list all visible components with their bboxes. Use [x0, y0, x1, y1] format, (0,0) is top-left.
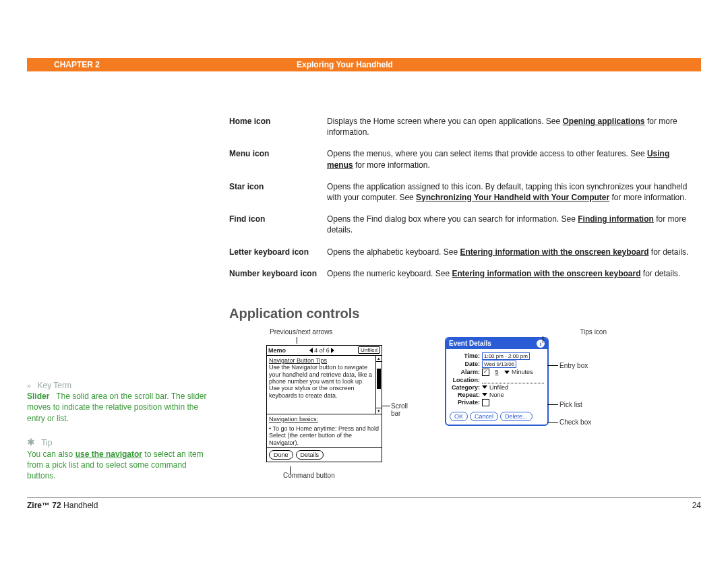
scroll-thumb[interactable] [377, 369, 381, 389]
definition-desc: Opens the menus, where you can select it… [327, 144, 701, 177]
definition-link[interactable]: Synchronizing Your Handheld with Your Co… [416, 193, 609, 202]
tip-link[interactable]: use the navigator [75, 449, 142, 459]
ok-button[interactable]: OK [450, 412, 468, 421]
tip-heading: Tip [41, 438, 52, 447]
memo-counter: 4 of 6 [314, 347, 330, 354]
time-label: Time: [450, 352, 480, 359]
cap-pick: Pick list [559, 401, 582, 408]
page-footer: Zire™ 72 Handheld 24 [27, 497, 701, 510]
alarm-unit: Minutes [512, 369, 533, 375]
cap-check: Check box [559, 418, 591, 426]
scroll-down-icon[interactable]: ▾ [376, 408, 382, 414]
sidebar: » Key Term Slider The solid area on the … [27, 112, 229, 481]
definition-term: Find icon [229, 210, 327, 242]
cap-entry: Entry box [559, 362, 588, 369]
event-figure: Tips icon Event Details i Time:1:00 pm -… [445, 328, 620, 479]
definition-desc: Opens the alphabetic keyboard. See Enter… [327, 243, 701, 264]
keyterm-heading: Key Term [37, 381, 71, 390]
done-button[interactable]: Done [269, 450, 293, 460]
definition-term: Menu icon [229, 144, 327, 177]
asterisk-icon: ✱ [27, 437, 35, 447]
page-number: 24 [692, 501, 701, 510]
cap-scrollbar: Scroll bar [391, 402, 408, 417]
memo-panel: Memo 4 of 6 Unfiled Navigator Button Tip… [266, 345, 382, 462]
next-arrow-icon[interactable] [331, 348, 334, 353]
alarm-checkbox[interactable]: ✓ [482, 369, 489, 376]
definition-row: Number keyboard iconOpens the numeric ke… [229, 264, 701, 286]
memo-sec2-body: • To go to Home anytime: Press and hold … [267, 424, 382, 447]
alarm-label: Alarm: [450, 369, 480, 375]
tips-icon[interactable]: i [537, 340, 545, 348]
cancel-button[interactable]: Cancel [470, 412, 498, 421]
tip-text: You can also use the navigator to select… [27, 449, 204, 480]
chapter-title: Exploring Your Handheld [297, 60, 393, 69]
memo-category[interactable]: Unfiled [358, 346, 380, 354]
memo-title: Memo [268, 347, 286, 354]
keyterm-text: Slider The solid area on the scroll bar.… [27, 392, 206, 423]
keyterm-definition: The solid area on the scroll bar. The sl… [27, 392, 206, 423]
memo-body: Use the Navigator button to navigate you… [269, 364, 373, 399]
date-entry[interactable]: Wed 9/13/06 [482, 361, 516, 368]
definition-row: Star iconOpens the application assigned … [229, 177, 701, 210]
category-label: Category: [450, 384, 480, 391]
alarm-pick-icon[interactable] [504, 371, 510, 374]
chapter-header: CHAPTER 2 Exploring Your Handheld [27, 58, 701, 71]
cap-tips: Tips icon [445, 328, 607, 336]
section-heading: Application controls [229, 306, 701, 321]
scrollbar[interactable]: ▴ ▾ [375, 356, 382, 414]
chevron-right-icon: » [27, 381, 31, 389]
location-field[interactable] [482, 377, 544, 383]
definition-desc: Opens the application assigned to this i… [327, 177, 701, 210]
product-name: Zire™ 72 Handheld [27, 501, 98, 510]
repeat-value[interactable]: None [489, 392, 504, 398]
definition-term: Letter keyboard icon [229, 243, 327, 264]
category-pick-icon[interactable] [482, 385, 487, 389]
definition-link[interactable]: Opening applications [563, 117, 645, 126]
scroll-up-icon[interactable]: ▴ [376, 356, 382, 362]
location-label: Location: [450, 377, 480, 383]
keyterm-term: Slider [27, 392, 49, 401]
icon-definitions-table: Home iconDisplays the Home screen where … [229, 112, 701, 286]
definition-link[interactable]: Finding information [578, 214, 654, 224]
category-value[interactable]: Unfiled [489, 384, 508, 391]
repeat-pick-icon[interactable] [482, 393, 487, 396]
tip-pre: You can also [27, 449, 75, 459]
event-title: Event Details [449, 340, 491, 347]
definition-desc: Opens the Find dialog box where you can … [327, 210, 701, 242]
prev-next-arrows[interactable]: 4 of 6 [309, 347, 334, 354]
definition-row: Home iconDisplays the Home screen where … [229, 112, 701, 144]
private-label: Private: [450, 399, 480, 406]
event-panel: Event Details i Time:1:00 pm - 2:00 pm D… [445, 337, 549, 426]
details-button[interactable]: Details [296, 450, 324, 460]
time-entry[interactable]: 1:00 pm - 2:00 pm [482, 352, 530, 360]
date-label: Date: [450, 361, 480, 367]
definition-link[interactable]: Entering information with the onscreen k… [452, 269, 640, 278]
prev-arrow-icon[interactable] [309, 348, 313, 353]
definition-link[interactable]: Entering information with the onscreen k… [460, 247, 648, 257]
cap-prevnext: Previous/next arrows [270, 328, 404, 336]
memo-figure: Previous/next arrows Memo 4 of 6 Unfiled [229, 328, 404, 479]
memo-h1: Navigator Button Tips [269, 357, 373, 364]
definition-term: Star icon [229, 177, 327, 210]
chapter-number: CHAPTER 2 [27, 60, 297, 69]
definition-row: Find iconOpens the Find dialog box where… [229, 210, 701, 242]
definition-desc: Opens the numeric keyboard. See Entering… [327, 264, 701, 286]
definition-term: Number keyboard icon [229, 264, 327, 286]
private-checkbox[interactable] [482, 399, 489, 406]
memo-sec2-h: Navigation basics: [267, 414, 382, 424]
definition-desc: Displays the Home screen where you can o… [327, 112, 701, 144]
definition-row: Letter keyboard iconOpens the alphabetic… [229, 243, 701, 264]
alarm-num[interactable]: 5 [495, 369, 499, 375]
cap-cmdbtn: Command button [283, 472, 404, 479]
figures-row: Previous/next arrows Memo 4 of 6 Unfiled [229, 328, 701, 479]
repeat-label: Repeat: [450, 392, 480, 398]
delete-button[interactable]: Delete... [500, 412, 533, 421]
definition-term: Home icon [229, 112, 327, 144]
definition-row: Menu iconOpens the menus, where you can … [229, 144, 701, 177]
